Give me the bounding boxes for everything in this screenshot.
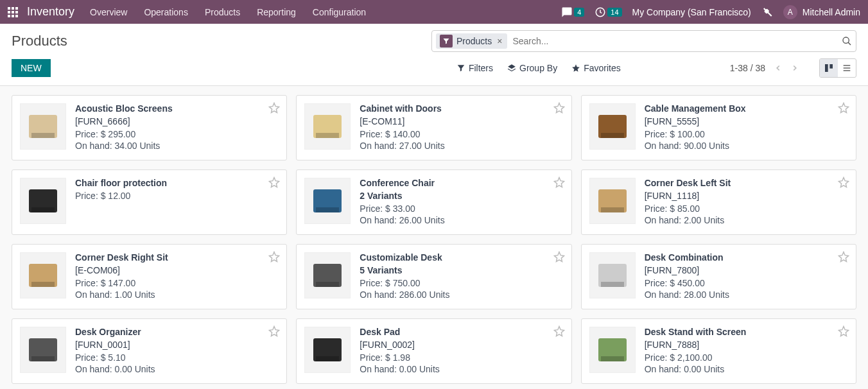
list-view-button[interactable] [838, 59, 856, 77]
product-price: Price: $ 140.00 [360, 129, 563, 139]
product-info: Customizable Desk 5 Variants Price: $ 75… [360, 252, 563, 301]
product-card[interactable]: Corner Desk Right Sit [E-COM06] Price: $… [12, 244, 287, 309]
favorite-toggle[interactable] [268, 325, 280, 337]
kanban-icon [824, 63, 834, 73]
nav-reporting[interactable]: Reporting [257, 7, 296, 17]
svg-rect-2 [825, 64, 828, 72]
product-price: Price: $ 85.00 [645, 203, 848, 214]
star-outline-icon [838, 251, 849, 263]
product-card[interactable]: Acoustic Bloc Screens [FURN_6666] Price:… [12, 95, 287, 160]
page-title: Products [12, 33, 67, 49]
product-info: Cable Management Box [FURN_5555] Price: … [645, 103, 848, 152]
product-info: Acoustic Bloc Screens [FURN_6666] Price:… [75, 103, 279, 152]
pager-next[interactable] [787, 60, 803, 76]
product-name: Desk Organizer [75, 327, 279, 337]
product-card[interactable]: Customizable Desk 5 Variants Price: $ 75… [296, 244, 571, 309]
favorite-toggle[interactable] [553, 251, 565, 263]
product-info: Chair floor protection Price: $ 12.00 [75, 178, 279, 227]
star-outline-icon [838, 325, 849, 337]
activities-button[interactable]: 14 [595, 6, 621, 18]
control-panel-bottom: NEW Filters Group By Favorites 1-38 / 38 [0, 52, 868, 86]
funnel-icon [456, 64, 465, 73]
nav-operations[interactable]: Operations [144, 7, 187, 17]
product-thumbnail [20, 103, 66, 150]
pager-value[interactable]: 1-38 / 38 [730, 63, 765, 73]
favorite-toggle[interactable] [838, 251, 849, 263]
product-ref: [FURN_6666] [75, 116, 279, 126]
favorite-toggle[interactable] [268, 177, 280, 188]
view-switcher [819, 58, 856, 78]
product-ref: [FURN_0001] [75, 340, 279, 350]
product-info: Cabinet with Doors [E-COM11] Price: $ 14… [360, 103, 563, 152]
star-icon [571, 64, 580, 73]
product-card[interactable]: Desk Organizer [FURN_0001] Price: $ 5.10… [12, 318, 287, 384]
pager-prev[interactable] [770, 60, 786, 76]
nav-products[interactable]: Products [205, 7, 240, 17]
groupby-dropdown[interactable]: Group By [507, 63, 557, 73]
nav-overview[interactable]: Overview [90, 7, 127, 17]
product-onhand: On hand: 28.00 Units [645, 290, 848, 300]
activities-badge: 14 [607, 8, 621, 17]
new-button[interactable]: NEW [12, 59, 51, 77]
product-onhand: On hand: 286.00 Units [360, 290, 563, 300]
favorite-toggle[interactable] [268, 102, 280, 114]
favorite-toggle[interactable] [268, 251, 280, 263]
product-variants: 2 Variants [360, 191, 563, 201]
svg-rect-15 [601, 207, 624, 212]
kanban-grid: Acoustic Bloc Screens [FURN_6666] Price:… [0, 86, 868, 389]
star-outline-icon [268, 325, 280, 337]
search-input[interactable] [512, 36, 842, 46]
star-outline-icon [268, 177, 280, 188]
product-name: Conference Chair [360, 178, 563, 188]
star-outline-icon [553, 177, 565, 188]
favorite-toggle[interactable] [838, 102, 849, 114]
kanban-view-button[interactable] [820, 59, 838, 77]
search-facet[interactable]: Products × [436, 33, 507, 49]
product-name: Corner Desk Right Sit [75, 252, 279, 263]
product-card[interactable]: Desk Combination [FURN_7800] Price: $ 45… [581, 244, 856, 309]
nav-configuration[interactable]: Configuration [313, 7, 366, 17]
product-card[interactable]: Chair floor protection Price: $ 12.00 [12, 169, 287, 235]
favorite-toggle[interactable] [553, 325, 565, 337]
filters-dropdown[interactable]: Filters [456, 63, 493, 73]
product-card[interactable]: Cable Management Box [FURN_5555] Price: … [581, 95, 856, 160]
product-name: Desk Pad [360, 327, 563, 337]
messages-badge: 4 [574, 8, 584, 17]
app-brand[interactable]: Inventory [27, 5, 74, 19]
product-thumbnail [20, 327, 66, 373]
messages-button[interactable]: 4 [561, 6, 584, 18]
chevron-left-icon [774, 64, 783, 73]
product-thumbnail [304, 327, 351, 373]
product-card[interactable]: Conference Chair 2 Variants Price: $ 33.… [296, 169, 571, 235]
svg-rect-3 [829, 64, 833, 69]
star-outline-icon [553, 102, 565, 114]
product-card[interactable]: Desk Pad [FURN_0002] Price: $ 1.98 On ha… [296, 318, 571, 384]
search-bar[interactable]: Products × [431, 30, 856, 52]
product-price: Price: $ 750.00 [360, 278, 563, 288]
search-icon[interactable] [842, 36, 852, 46]
favorites-dropdown[interactable]: Favorites [571, 63, 621, 73]
favorite-toggle[interactable] [838, 325, 849, 337]
wrench-icon [761, 6, 773, 18]
search-options: Filters Group By Favorites [456, 63, 621, 73]
favorite-toggle[interactable] [553, 102, 565, 114]
svg-rect-5 [31, 133, 55, 138]
product-card[interactable]: Corner Desk Left Sit [FURN_1118] Price: … [581, 169, 856, 235]
product-thumbnail [304, 252, 351, 298]
product-info: Corner Desk Left Sit [FURN_1118] Price: … [645, 178, 848, 227]
favorite-toggle[interactable] [838, 177, 849, 188]
facet-remove[interactable]: × [496, 36, 503, 46]
favorite-toggle[interactable] [553, 177, 565, 188]
company-switcher[interactable]: My Company (San Francisco) [632, 7, 751, 17]
product-info: Desk Combination [FURN_7800] Price: $ 45… [645, 252, 848, 301]
product-price: Price: $ 450.00 [645, 278, 848, 288]
product-info: Desk Organizer [FURN_0001] Price: $ 5.10… [75, 327, 279, 376]
svg-rect-25 [316, 356, 339, 361]
product-card[interactable]: Cabinet with Doors [E-COM11] Price: $ 14… [296, 95, 571, 160]
user-menu[interactable]: A Mitchell Admin [783, 5, 860, 19]
product-card[interactable]: Desk Stand with Screen [FURN_7888] Price… [581, 318, 856, 384]
product-price: Price: $ 2,100.00 [645, 352, 848, 363]
debug-button[interactable] [761, 6, 773, 18]
apps-icon[interactable] [8, 7, 18, 17]
product-price: Price: $ 1.98 [360, 352, 563, 363]
